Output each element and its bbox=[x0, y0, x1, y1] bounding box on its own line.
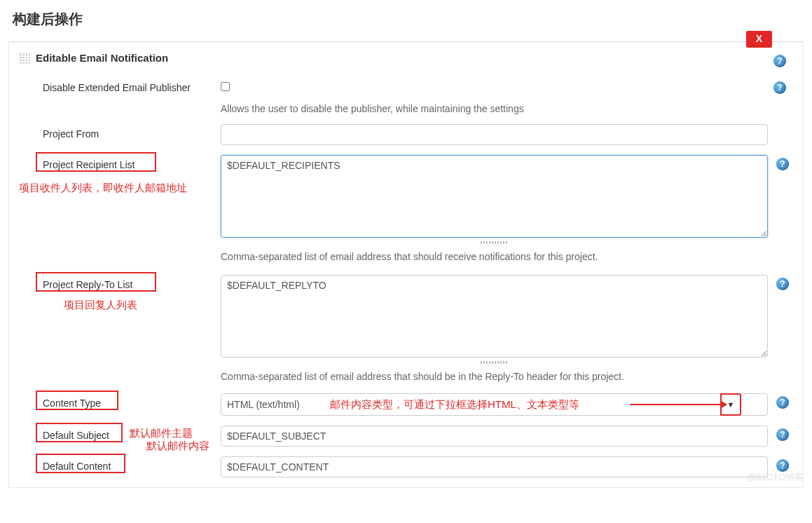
row-disable-publisher: Disable Extended Email Publisher bbox=[37, 78, 793, 93]
project-from-input[interactable] bbox=[221, 124, 768, 145]
default-content-input[interactable] bbox=[221, 456, 768, 477]
row-reply-to: Project Reply-To List 项目回复人列表 $DEFAULT_R… bbox=[37, 275, 793, 386]
row-default-subject: Default Subject 默认邮件主题 ? bbox=[37, 426, 793, 447]
help-icon[interactable]: ? bbox=[776, 278, 789, 290]
disable-publisher-label: Disable Extended Email Publisher bbox=[37, 78, 221, 93]
default-subject-input[interactable] bbox=[221, 426, 768, 447]
section-title: 构建后操作 bbox=[0, 0, 812, 41]
recipient-list-hint: Comma-separated list of email address th… bbox=[221, 251, 768, 262]
drag-handle-icon[interactable] bbox=[19, 53, 30, 64]
help-icon[interactable]: ? bbox=[776, 459, 789, 472]
annotation-subject: 默认邮件主题 bbox=[130, 426, 193, 442]
content-type-label: Content Type bbox=[43, 398, 101, 409]
step-title: Editable Email Notification bbox=[36, 52, 168, 64]
row-content-type: Content Type HTML (text/html) ▼ 邮件内容类型，可… bbox=[37, 393, 793, 416]
help-icon[interactable]: ? bbox=[776, 396, 789, 409]
project-from-label: Project From bbox=[37, 124, 221, 140]
default-subject-label: Default Subject bbox=[43, 430, 109, 441]
reply-to-hint: Comma-separated list of email address th… bbox=[221, 371, 768, 382]
help-icon[interactable]: ? bbox=[776, 428, 789, 441]
disable-publisher-hint: Allows the user to disable the publisher… bbox=[221, 103, 768, 114]
help-icon[interactable]: ? bbox=[776, 158, 789, 170]
recipient-list-textarea[interactable]: $DEFAULT_RECIPIENTS bbox=[221, 155, 768, 238]
default-content-label: Default Content bbox=[43, 461, 111, 472]
annotation-recipient: 项目收件人列表，即收件人邮箱地址 bbox=[19, 180, 194, 196]
reply-to-textarea[interactable]: $DEFAULT_REPLYTO bbox=[221, 275, 768, 358]
reply-to-label: Project Reply-To List bbox=[43, 279, 132, 290]
row-project-from: Project From bbox=[37, 124, 793, 145]
content-type-select[interactable]: HTML (text/html) bbox=[221, 393, 768, 416]
resize-grip-icon[interactable] bbox=[481, 241, 509, 244]
resize-grip-icon[interactable] bbox=[481, 361, 509, 364]
row-default-content: Default Content 默认邮件内容 ? bbox=[37, 456, 793, 477]
annotation-reply: 项目回复人列表 bbox=[64, 297, 137, 313]
post-build-step: X ? ? Editable Email Notification Disabl… bbox=[8, 41, 804, 488]
disable-publisher-checkbox[interactable] bbox=[221, 82, 230, 91]
row-recipient-list: Project Recipient List 项目收件人列表，即收件人邮箱地址 … bbox=[37, 155, 793, 266]
recipient-list-label: Project Recipient List bbox=[43, 159, 135, 170]
